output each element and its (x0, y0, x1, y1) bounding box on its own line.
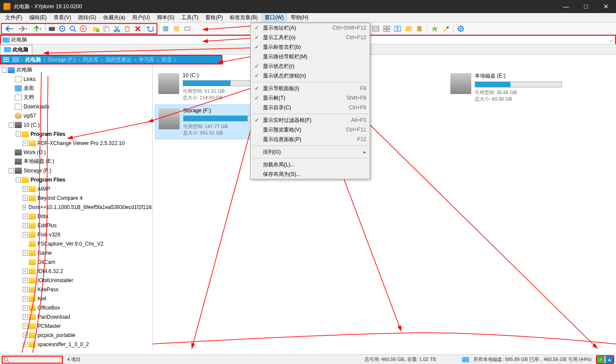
crumb[interactable]: 英语 (159, 56, 174, 64)
menu-item[interactable]: 显示预览窗格(V)Ctrl+F11 (251, 125, 370, 135)
new-folder-icon[interactable]: + (91, 24, 101, 34)
search-icon[interactable] (68, 24, 78, 34)
check-icon[interactable]: ✓ (597, 356, 605, 363)
menu-item[interactable]: 窗口(W) (261, 13, 287, 22)
cut-icon[interactable] (112, 24, 122, 34)
menu-item[interactable]: 脚本(S) (153, 13, 178, 22)
panel-icon[interactable] (403, 24, 414, 34)
menu-item[interactable]: 文件(F) (2, 13, 26, 22)
menu-item[interactable]: ✓显示状态栏(r) (251, 61, 370, 71)
forward-button[interactable] (17, 24, 31, 34)
tree-node[interactable]: -Program Files (0, 175, 152, 184)
tree-node[interactable]: GitCam (0, 257, 152, 266)
menu-item[interactable]: 显示信息面板(P)F12 (251, 135, 370, 144)
menu-item[interactable]: 标签页集(B) (226, 13, 261, 22)
menu-item[interactable]: ✓显示实时过滤器框(F)Alt+F3 (251, 115, 370, 125)
tree-node[interactable]: +EditPlus (0, 221, 152, 230)
menu-item[interactable]: 显示目录(C)Ctrl+F8 (251, 103, 370, 112)
up-icon[interactable]: ▲ (606, 356, 613, 363)
menu-item[interactable]: ✓显示工具栏(o)Ctrl+F12 (251, 33, 370, 42)
tree-node[interactable]: -10 (C:) (0, 120, 152, 129)
tree-node[interactable]: +PanDownload (0, 312, 152, 321)
tree-node[interactable]: -Storage (F:) (0, 166, 152, 175)
tree-node[interactable]: FSCapture_Ver.9.0_Chs_V2 (0, 239, 152, 248)
list-icon[interactable] (2, 56, 10, 64)
tree-node[interactable]: vip57 (0, 111, 152, 120)
back-button[interactable] (3, 24, 17, 34)
tree-node[interactable]: +Keil (0, 294, 152, 303)
target-icon[interactable] (57, 24, 68, 34)
menu-item[interactable]: 排列(G)▸ (251, 147, 370, 157)
tree-node[interactable]: +Game (0, 248, 152, 257)
tool-icon-3[interactable] (182, 24, 193, 34)
close-button[interactable]: ✕ (596, 0, 616, 13)
menu-item[interactable]: ✓显示状态栏按钮(n) (251, 71, 370, 81)
menu-item[interactable]: 收藏夹(a) (100, 13, 129, 22)
star-icon[interactable] (429, 24, 440, 34)
breadcrumb[interactable]: › 此电脑 › Storage (F:) › 同步库 › 我的坚果云 › 学习库… (0, 55, 222, 64)
brush-icon[interactable] (440, 24, 451, 34)
menu-item[interactable]: 保存布局为(S)... (251, 169, 370, 179)
tree-node[interactable]: +KeePass (0, 285, 152, 294)
menu-item[interactable]: 查看(V) (50, 13, 75, 22)
tree-node[interactable]: 本地磁盘 (E:) (0, 157, 152, 166)
filter-box[interactable] (2, 356, 63, 364)
split-icon[interactable] (392, 24, 403, 34)
maximize-button[interactable]: □ (576, 0, 596, 13)
menu-item[interactable]: 显示路径导航栏(M) (251, 52, 370, 61)
tree-node[interactable]: +IDM.6.32.2 (0, 266, 152, 276)
crumb[interactable]: 学习库 (136, 56, 157, 64)
tree-node[interactable]: Downloads (0, 102, 152, 111)
tree-node[interactable]: Work (D:) (0, 148, 152, 157)
menu-item[interactable]: ✓显示地址栏(A)Ctrl+Shift+F12 (251, 23, 370, 33)
menu-item[interactable]: 跳转(G) (75, 13, 99, 22)
menu-item[interactable]: 帮助(H) (287, 13, 312, 22)
paste-icon[interactable] (122, 24, 133, 34)
menu-item[interactable]: ✓显示树(T)Shift+F8 (251, 93, 370, 103)
menu-item[interactable]: 编辑(E) (26, 13, 50, 22)
crumb[interactable]: 我的坚果云 (103, 56, 134, 64)
crumb[interactable]: 同步库 (80, 56, 101, 64)
play-icon[interactable] (78, 24, 88, 34)
menu-item[interactable]: ✓显示标签页栏(b) (251, 42, 370, 52)
tree-node[interactable]: +Beyond Compare 4 (0, 193, 152, 202)
tree-node[interactable]: +Fish-v326 (0, 230, 152, 239)
up-button[interactable] (31, 24, 44, 34)
tree-node[interactable]: +PCMaster (0, 321, 152, 330)
menu-item[interactable]: 窗格(P) (202, 13, 226, 22)
tree-node[interactable]: +PDF-XChange Viewer Pro 2.5.322.10 (0, 138, 152, 148)
crumb[interactable]: 此电脑 (23, 56, 44, 64)
delete-icon[interactable] (133, 24, 143, 34)
tree-node[interactable]: +Ditto (0, 212, 152, 221)
menu-item[interactable]: ✓显示导航面板(I)F8 (251, 84, 370, 93)
tree-node[interactable]: -此电脑 (0, 65, 152, 74)
tree-node[interactable]: 桌面 (0, 84, 152, 93)
copy-icon[interactable] (101, 24, 112, 34)
file-list[interactable]: 10 (C:)可用空间: 51.51 GB总大小: 114.93 GBStora… (153, 64, 616, 350)
tree-node[interactable]: Links (0, 74, 152, 84)
tool-icon-1[interactable] (160, 24, 171, 34)
dropdown-icon[interactable]: ⌄ (609, 37, 613, 43)
tool-icon-2[interactable] (171, 24, 182, 34)
menu-item[interactable]: 加载布局(L)... (251, 160, 370, 169)
thumb-icon[interactable] (381, 24, 392, 34)
tree-panel[interactable]: -此电脑Links桌面文档Downloadsvip57-10 (C:)-Prog… (0, 64, 153, 350)
book-icon[interactable] (414, 24, 425, 34)
settings-icon[interactable] (456, 24, 466, 34)
tree-node[interactable]: +picpick_portable (0, 330, 152, 340)
menu-item[interactable]: 用户(U) (129, 13, 153, 22)
view-icon[interactable] (371, 24, 381, 34)
drive-icon[interactable] (47, 24, 57, 34)
tree-node[interactable]: -Program Files (0, 129, 152, 138)
minimize-button[interactable]: — (556, 0, 576, 13)
tree-node[interactable]: +OfficeBox (0, 303, 152, 312)
tree-node[interactable]: +IObitUninstaller (0, 276, 152, 285)
tab[interactable]: 此电脑 (0, 45, 32, 54)
tree-node[interactable]: +AIMP (0, 184, 152, 193)
tree-node[interactable]: 文档 (0, 93, 152, 102)
menu-item[interactable]: 工具(T) (178, 13, 202, 22)
tree-node[interactable]: +Dism++10.1.1000.51B_6feef5fa1ea53930ecd… (0, 202, 152, 212)
drive-item[interactable]: 本地磁盘 (E:)可用空间: 35.66 GB总大小: 60.00 GB (447, 70, 578, 104)
undo-icon[interactable] (145, 24, 156, 34)
crumb[interactable]: Storage (F:) (45, 57, 78, 63)
